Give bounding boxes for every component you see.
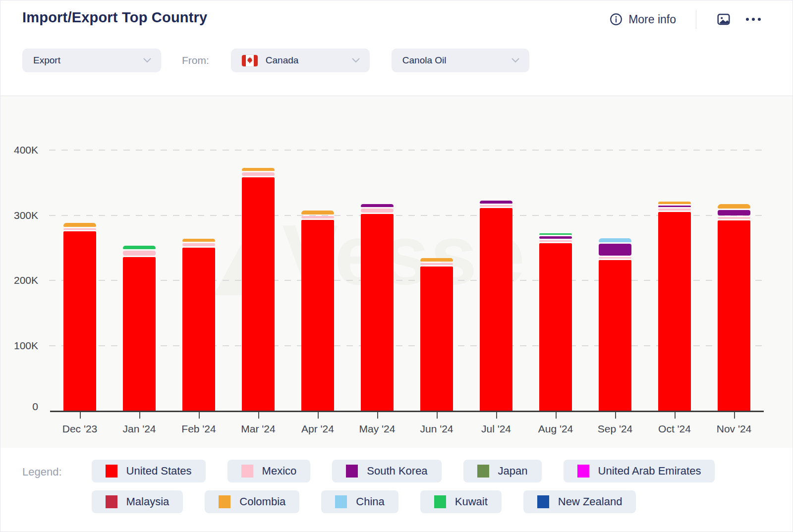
legend-item-colombia[interactable]: Colombia: [205, 490, 299, 513]
bar-segment-colombia[interactable]: [182, 239, 215, 242]
legend-item-japan[interactable]: Japan: [463, 460, 542, 482]
legend-item-label: Mexico: [262, 465, 297, 478]
x-axis-tick: [675, 412, 676, 419]
bar-segment-mexico[interactable]: [539, 240, 572, 242]
chevron-down-icon: [352, 58, 360, 63]
bar-segment-united-states[interactable]: [658, 212, 691, 411]
bar-sep-24[interactable]: [599, 238, 631, 411]
bar-segment-colombia[interactable]: [658, 202, 691, 204]
bar-segment-united-states[interactable]: [361, 214, 394, 411]
bar-segment-united-states[interactable]: [301, 220, 334, 411]
legend-item-label: Colombia: [239, 495, 285, 508]
bar-mar-24[interactable]: [242, 168, 275, 411]
legend-swatch-colombia: [219, 495, 230, 508]
bar-apr-24[interactable]: [301, 211, 334, 411]
bar-oct-24[interactable]: [658, 202, 691, 411]
legend-item-china[interactable]: China: [321, 490, 398, 513]
x-axis-label-feb-24: Feb '24: [181, 423, 216, 435]
bar-jul-24[interactable]: [480, 201, 512, 411]
bar-segment-mexico[interactable]: [658, 209, 691, 211]
legend-item-south-korea[interactable]: South Korea: [332, 460, 441, 482]
bar-segment-united-states[interactable]: [718, 220, 750, 411]
bar-feb-24[interactable]: [182, 239, 215, 411]
x-axis-label-mar-24: Mar '24: [241, 423, 275, 435]
bar-segment-united-states[interactable]: [63, 231, 96, 411]
y-axis-label-200K: 200K: [0, 274, 38, 286]
bar-segment-kuwait[interactable]: [123, 246, 156, 249]
bar-segment-colombia[interactable]: [63, 223, 96, 227]
bar-segment-mexico[interactable]: [420, 263, 453, 266]
legend-item-kuwait[interactable]: Kuwait: [420, 490, 502, 513]
legend-item-malaysia[interactable]: Malaysia: [92, 490, 183, 513]
bar-segment-south-korea[interactable]: [718, 210, 750, 215]
country-dropdown[interactable]: Canada: [231, 49, 370, 72]
bar-segment-united-states[interactable]: [539, 243, 572, 411]
bar-segment-mexico[interactable]: [599, 257, 631, 259]
bar-segment-mexico[interactable]: [63, 228, 96, 230]
bar-dec-23[interactable]: [63, 223, 96, 411]
x-axis-tick: [556, 412, 557, 419]
x-axis-label-nov-24: Nov '24: [717, 423, 752, 435]
x-axis-tick: [615, 412, 616, 419]
bar-nov-24[interactable]: [718, 204, 750, 411]
bar-segment-mexico[interactable]: [480, 205, 512, 207]
trade-type-dropdown[interactable]: Export: [22, 49, 161, 72]
bar-segment-south-korea[interactable]: [480, 201, 512, 204]
bar-slot-jul-24: Jul '24: [466, 96, 526, 411]
bar-segment-mexico[interactable]: [123, 251, 156, 256]
bar-segment-kuwait[interactable]: [539, 233, 572, 235]
bar-segment-south-korea[interactable]: [361, 204, 394, 207]
bar-slot-jan-24: Jan '24: [110, 96, 169, 411]
bar-segment-mexico[interactable]: [182, 243, 215, 246]
canada-flag-icon: [242, 55, 258, 66]
more-info-button[interactable]: More info: [610, 13, 676, 26]
bar-segment-south-korea[interactable]: [599, 244, 631, 256]
bar-segment-united-states[interactable]: [599, 260, 631, 411]
bar-jan-24[interactable]: [123, 246, 156, 411]
bar-segment-united-states[interactable]: [123, 257, 156, 411]
export-image-button[interactable]: [716, 12, 731, 27]
bar-jun-24[interactable]: [420, 258, 453, 411]
bar-segment-united-states[interactable]: [242, 177, 275, 411]
bar-segment-colombia[interactable]: [301, 211, 334, 214]
bar-segment-united-states[interactable]: [480, 208, 512, 411]
x-axis-tick: [80, 412, 81, 419]
header-divider: [696, 10, 696, 29]
bar-segment-colombia[interactable]: [242, 168, 275, 171]
legend-item-united-arab-emirates[interactable]: United Arab Emirates: [564, 460, 715, 482]
bar-slot-feb-24: Feb '24: [169, 96, 228, 411]
legend-swatch-kuwait: [434, 495, 446, 508]
from-label: From:: [182, 54, 209, 66]
bar-segment-mexico[interactable]: [301, 216, 334, 218]
bar-segment-mexico[interactable]: [242, 172, 275, 176]
more-options-button[interactable]: [745, 15, 762, 24]
legend-item-new-zealand[interactable]: New Zealand: [523, 490, 636, 513]
bar-segment-mexico[interactable]: [361, 209, 394, 213]
legend-item-label: China: [356, 495, 384, 508]
chevron-down-icon: [511, 58, 519, 63]
bar-segment-south-korea[interactable]: [539, 236, 572, 239]
legend-swatch-south-korea: [346, 465, 358, 478]
x-axis-tick: [496, 412, 497, 419]
x-axis-tick: [377, 412, 378, 419]
y-axis-label-100K: 100K: [0, 340, 38, 352]
bar-may-24[interactable]: [361, 204, 394, 411]
bar-segment-south-korea[interactable]: [658, 206, 691, 208]
import-export-widget: Import/Export Top Country More info: [0, 0, 793, 532]
bar-segment-china[interactable]: [599, 238, 631, 242]
bar-segment-united-states[interactable]: [420, 266, 453, 411]
legend-item-label: United States: [126, 465, 192, 478]
y-axis-label-0: 0: [0, 401, 38, 413]
legend-item-label: Japan: [498, 465, 528, 478]
bar-aug-24[interactable]: [539, 233, 572, 411]
legend-item-united-states[interactable]: United States: [92, 460, 206, 482]
plot-area: Dec '23Jan '24Feb '24Mar '24Apr '24May '…: [50, 96, 764, 411]
legend-swatch-mexico: [241, 465, 253, 478]
bar-segment-colombia[interactable]: [420, 258, 453, 261]
bar-segment-united-states[interactable]: [182, 248, 215, 411]
commodity-dropdown[interactable]: Canola Oil: [392, 49, 529, 72]
commodity-value: Canola Oil: [402, 55, 447, 66]
bar-segment-colombia[interactable]: [718, 204, 750, 209]
legend-item-mexico[interactable]: Mexico: [227, 460, 311, 482]
bar-segment-mexico[interactable]: [718, 217, 750, 219]
